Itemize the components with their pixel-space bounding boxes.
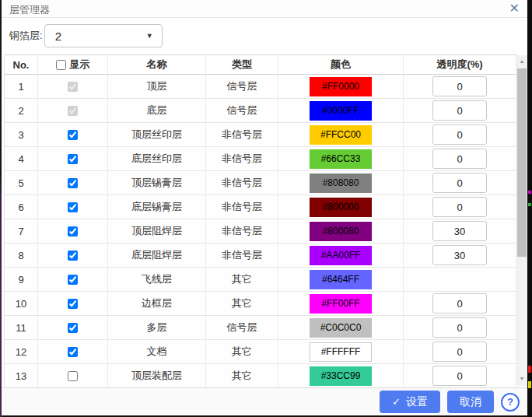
opacity-input[interactable] (432, 197, 487, 217)
cancel-button[interactable]: 取消 (447, 391, 494, 413)
show-checkbox[interactable] (68, 130, 78, 140)
layer-name: 飞线层 (108, 268, 206, 291)
color-swatch[interactable]: #FF00FF (310, 294, 372, 314)
layer-name: 底层 (108, 99, 206, 122)
table-body: 1顶层信号层#FF00002底层信号层#0000FF3顶层丝印层非信号层#FFC… (5, 75, 517, 388)
copper-layers-select[interactable]: 2 ▼ (44, 24, 163, 47)
layer-table: No. 显示 名称 类型 颜色 透明度(%) 1顶层信号层#FF00002底层信… (4, 54, 517, 388)
table-row: 6底层锡膏层非信号层#800000 (5, 195, 517, 219)
layer-name: 顶层丝印层 (108, 123, 206, 146)
layer-name: 顶层装配层 (108, 364, 206, 387)
color-swatch[interactable]: #800000 (310, 198, 372, 217)
color-cell: #FF0000 (278, 75, 404, 98)
table-row: 3顶层丝印层非信号层#FFCC00 (5, 123, 517, 147)
dialog-footer: ✓ 设置 取消 ? (2, 387, 527, 415)
layer-name: 底层阻焊层 (108, 244, 206, 267)
opacity-cell (404, 244, 516, 267)
layer-name: 边框层 (108, 292, 206, 315)
show-checkbox[interactable] (68, 154, 78, 164)
color-cell: #C0C0C0 (278, 316, 404, 339)
color-swatch[interactable]: #6464FF (310, 270, 372, 289)
row-number: 8 (5, 244, 38, 267)
table-scrollbar[interactable]: ▲ ▼ (516, 55, 527, 386)
opacity-cell (404, 75, 516, 98)
opacity-input[interactable] (432, 342, 487, 362)
color-cell: #800000 (278, 195, 404, 219)
row-number: 2 (5, 99, 38, 122)
color-cell: #FFFFFF (278, 340, 404, 363)
color-swatch[interactable]: #800080 (310, 222, 372, 241)
set-button[interactable]: ✓ 设置 (380, 391, 440, 413)
opacity-cell (404, 364, 516, 387)
color-swatch[interactable]: #66CC33 (310, 149, 372, 169)
table-row: 4底层丝印层非信号层#66CC33 (5, 147, 517, 171)
color-swatch[interactable]: #33CC99 (310, 366, 372, 386)
opacity-input[interactable] (432, 149, 487, 169)
layer-name: 底层丝印层 (108, 147, 206, 170)
show-checkbox[interactable] (68, 323, 78, 333)
layer-type: 非信号层 (206, 244, 278, 267)
scrollbar-thumb[interactable] (517, 68, 527, 257)
show-checkbox[interactable] (68, 202, 78, 212)
row-number: 3 (5, 123, 38, 146)
color-swatch[interactable]: #808080 (310, 173, 372, 193)
color-swatch[interactable]: #FF0000 (310, 77, 372, 96)
layer-name: 底层锡膏层 (108, 195, 206, 219)
show-checkbox (68, 106, 78, 116)
layer-name: 顶层 (108, 75, 206, 98)
help-icon[interactable]: ? (501, 393, 520, 412)
opacity-cell (404, 219, 516, 243)
show-cell (38, 292, 108, 315)
layer-name: 文档 (108, 340, 206, 363)
close-icon[interactable]: ✕ (509, 1, 520, 16)
show-cell (38, 195, 108, 219)
color-swatch[interactable]: #FFFFFF (310, 342, 372, 362)
opacity-input[interactable] (432, 366, 487, 386)
opacity-input[interactable] (432, 173, 487, 193)
table-row: 1顶层信号层#FF0000 (5, 75, 517, 99)
show-checkbox[interactable] (68, 371, 78, 381)
show-all-checkbox[interactable] (56, 60, 66, 70)
header-type: 类型 (206, 55, 278, 74)
row-number: 4 (5, 147, 38, 170)
color-cell: #800080 (278, 219, 404, 243)
color-swatch[interactable]: #0000FF (310, 101, 372, 121)
opacity-input[interactable] (432, 221, 487, 241)
show-checkbox[interactable] (68, 226, 78, 237)
layer-type: 非信号层 (206, 123, 278, 146)
opacity-cell (404, 268, 516, 291)
show-checkbox[interactable] (68, 251, 78, 261)
background-speck (528, 191, 531, 194)
show-cell (38, 316, 108, 339)
opacity-input[interactable] (432, 76, 487, 96)
header-opacity: 透明度(%) (404, 55, 516, 74)
show-checkbox[interactable] (68, 347, 78, 357)
table-row: 2底层信号层#0000FF (5, 99, 517, 123)
show-cell (38, 147, 108, 170)
layer-type: 其它 (206, 340, 278, 363)
color-swatch[interactable]: #C0C0C0 (310, 318, 372, 338)
row-number: 11 (5, 316, 38, 339)
layer-type: 信号层 (206, 75, 278, 98)
opacity-input[interactable] (432, 317, 487, 338)
scroll-up-icon[interactable]: ▲ (516, 55, 527, 66)
scroll-down-icon[interactable]: ▼ (516, 373, 527, 384)
color-cell: #0000FF (278, 99, 404, 122)
opacity-input[interactable] (432, 100, 487, 121)
opacity-input[interactable] (432, 293, 487, 314)
row-number: 10 (5, 292, 38, 315)
color-swatch[interactable]: #AA00FF (310, 246, 372, 265)
layer-type: 信号层 (206, 99, 278, 122)
header-color: 颜色 (278, 55, 404, 74)
row-number: 1 (5, 75, 38, 98)
opacity-input[interactable] (432, 245, 487, 265)
opacity-input[interactable] (432, 124, 487, 145)
show-cell (38, 99, 108, 122)
show-checkbox[interactable] (68, 275, 78, 285)
row-number: 9 (5, 268, 38, 291)
layer-type: 其它 (206, 268, 278, 291)
color-swatch[interactable]: #FFCC00 (310, 125, 372, 145)
show-checkbox[interactable] (68, 178, 78, 188)
show-checkbox[interactable] (68, 299, 78, 309)
table-row: 12文档其它#FFFFFF (5, 340, 517, 364)
